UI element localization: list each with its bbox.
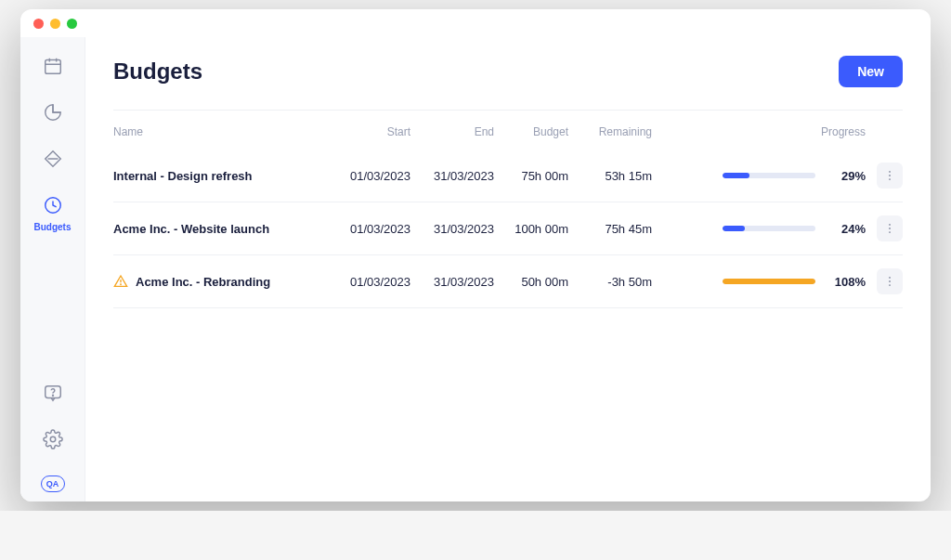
progress-label: 108%	[828, 275, 866, 289]
sidebar-item-settings[interactable]	[43, 429, 63, 453]
progress-label: 29%	[828, 169, 866, 183]
row-menu-cell	[866, 215, 903, 241]
sidebar-item-projects[interactable]	[43, 149, 63, 173]
progress-fill	[723, 173, 749, 178]
svg-point-11	[889, 178, 891, 180]
sidebar-item-help[interactable]	[43, 383, 63, 407]
svg-point-12	[889, 224, 891, 226]
row-start: 01/03/2023	[327, 275, 410, 289]
row-end: 31/03/2023	[410, 169, 494, 183]
sidebar-item-calendar[interactable]	[43, 56, 63, 80]
row-menu-button[interactable]	[877, 163, 903, 189]
qa-badge[interactable]: QA	[41, 475, 65, 492]
progress-label: 24%	[828, 222, 866, 236]
progress-fill	[723, 226, 745, 231]
row-end: 31/03/2023	[410, 275, 494, 289]
sidebar: Budgets QA	[20, 37, 85, 501]
svg-point-18	[889, 280, 891, 282]
pie-chart-icon	[43, 102, 63, 126]
table-body: Internal - Design refresh01/03/202331/03…	[113, 150, 903, 308]
row-name-cell: Internal - Design refresh	[113, 169, 327, 183]
app-window: Budgets QA Budgets New Name	[20, 9, 931, 501]
row-menu-cell	[866, 163, 903, 189]
main-content: Budgets New Name Start End Budget Remain…	[85, 37, 931, 501]
row-name-label: Acme Inc. - Rebranding	[136, 275, 270, 289]
page-title: Budgets	[113, 59, 202, 85]
sidebar-item-label: Budgets	[34, 222, 72, 232]
row-end: 31/03/2023	[410, 222, 494, 236]
svg-point-8	[50, 436, 56, 442]
maximize-traffic-light[interactable]	[67, 19, 77, 29]
svg-point-17	[889, 277, 891, 279]
progress-bar	[723, 226, 815, 231]
svg-point-14	[889, 231, 891, 233]
sidebar-item-reports[interactable]	[43, 102, 63, 126]
row-name-label: Acme Inc. - Website launch	[113, 222, 269, 236]
warning-icon	[113, 274, 128, 289]
diamond-icon	[43, 149, 63, 173]
table-row[interactable]: Acme Inc. - Rebranding01/03/202331/03/20…	[113, 255, 903, 308]
svg-point-16	[121, 284, 122, 285]
calendar-icon	[43, 56, 63, 80]
clock-icon	[43, 195, 63, 219]
table-row[interactable]: Internal - Design refresh01/03/202331/03…	[113, 150, 903, 202]
col-header-budget: Budget	[494, 125, 568, 138]
svg-point-7	[52, 395, 53, 396]
col-header-name: Name	[113, 125, 327, 138]
col-header-end: End	[410, 125, 494, 138]
col-header-start: Start	[327, 125, 410, 138]
row-remaining: 75h 45m	[568, 222, 652, 236]
svg-point-9	[889, 171, 891, 173]
col-header-remaining: Remaining	[568, 125, 652, 138]
svg-point-10	[889, 175, 891, 176]
row-name-label: Internal - Design refresh	[113, 169, 253, 183]
row-name-cell: Acme Inc. - Rebranding	[113, 274, 327, 289]
row-budget: 75h 00m	[494, 169, 568, 183]
app-body: Budgets QA Budgets New Name	[20, 37, 931, 501]
row-budget: 50h 00m	[494, 275, 568, 289]
row-progress: 24%	[652, 222, 866, 236]
row-name-cell: Acme Inc. - Website launch	[113, 222, 327, 236]
row-remaining: 53h 15m	[568, 169, 652, 183]
col-header-progress: Progress	[652, 125, 866, 138]
row-menu-button[interactable]	[877, 268, 903, 294]
sidebar-item-budgets[interactable]: Budgets	[34, 195, 72, 232]
row-budget: 100h 00m	[494, 222, 568, 236]
row-start: 01/03/2023	[327, 222, 410, 236]
progress-bar	[723, 173, 815, 178]
close-traffic-light[interactable]	[33, 19, 44, 29]
gear-icon	[43, 429, 63, 453]
new-button[interactable]: New	[839, 56, 903, 87]
svg-rect-0	[45, 60, 60, 74]
row-remaining: -3h 50m	[568, 275, 652, 289]
svg-point-13	[889, 228, 891, 229]
page-header: Budgets New	[113, 37, 903, 111]
minimize-traffic-light[interactable]	[50, 19, 60, 29]
row-start: 01/03/2023	[327, 169, 410, 183]
progress-fill	[723, 279, 815, 284]
progress-bar	[723, 279, 815, 284]
window-titlebar	[20, 9, 931, 37]
row-progress: 29%	[652, 169, 866, 183]
svg-point-19	[889, 284, 891, 286]
help-icon	[43, 383, 63, 407]
table-header: Name Start End Budget Remaining Progress	[113, 111, 903, 150]
row-menu-cell	[866, 268, 903, 294]
table-row[interactable]: Acme Inc. - Website launch01/03/202331/0…	[113, 202, 903, 255]
row-progress: 108%	[652, 275, 866, 289]
row-menu-button[interactable]	[877, 215, 903, 241]
